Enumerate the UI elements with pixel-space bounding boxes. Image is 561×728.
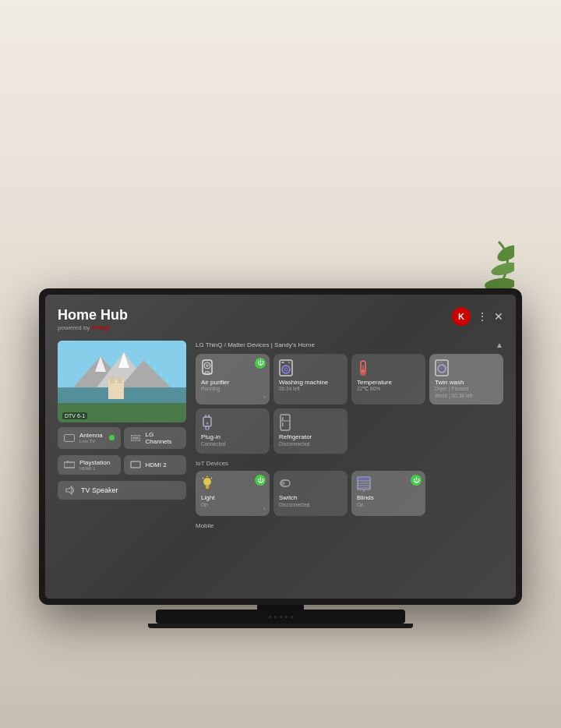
playstation-name: Playstation [79,459,115,466]
soundbar-base [148,624,413,628]
blinds-power-icon[interactable]: ⏻ [411,475,422,486]
hdmi2-icon [130,461,141,468]
home-hub-title: Home Hub powered by ThinQ [58,307,128,331]
tv-screen: Home Hub powered by ThinQ K ⋮ ✕ [45,295,516,599]
svg-point-29 [288,362,290,363]
home-hub-header: Home Hub powered by ThinQ K ⋮ ✕ [58,307,503,331]
soundbar [156,610,405,624]
antenna-sub: Live TV [79,439,104,444]
svg-point-26 [282,366,290,373]
mobile-section-label: Mobile [196,522,503,529]
iot-card-blinds[interactable]: ⏻ Blinds On [351,471,425,516]
light-chevron-icon: › [263,505,266,512]
svg-rect-45 [282,422,284,426]
blinds-status: On [357,502,420,508]
thinq-section-title: LG ThinQ / Matter Devices | Sandy's Home [196,341,315,348]
svg-rect-48 [206,487,209,489]
antenna-source-button[interactable]: Antenna Live TV [58,427,121,449]
lg-channels-info: LG Channels [146,431,181,445]
light-status: On [201,502,264,508]
header-actions: K ⋮ ✕ [452,307,503,326]
playstation-icon [64,461,75,468]
speaker-label: TV Speaker [81,486,118,494]
air-purifier-chevron-icon: › [263,394,266,401]
home-hub-heading: Home Hub [58,307,128,324]
hdmi2-name: HDMI 2 [146,461,181,468]
more-options-button[interactable]: ⋮ [477,310,488,323]
svg-rect-16 [132,436,139,440]
device-card-twin-wash[interactable]: Twin wash Dryer | Paused Wash | 00:38 le… [429,354,503,405]
thinq-chevron-up-icon[interactable]: ▲ [496,341,503,349]
svg-rect-36 [440,362,443,363]
temperature-name: Temperature [357,379,420,387]
device-card-plugin[interactable]: Plug-in Connected [196,408,270,454]
hdmi2-info: HDMI 2 [146,461,181,468]
svg-line-50 [211,478,212,479]
svg-point-40 [206,422,209,425]
antenna-info: Antenna Live TV [79,432,104,444]
close-button[interactable]: ✕ [494,310,503,323]
tv-frame: Home Hub powered by ThinQ K ⋮ ✕ [39,288,522,605]
device-card-washing-machine[interactable]: Washing machine 00:34 left [273,354,348,405]
svg-rect-32 [362,366,364,373]
antenna-icon [64,434,75,442]
svg-point-53 [281,482,285,486]
twin-wash-icon [435,359,449,376]
light-bulb-icon [201,476,213,492]
device-card-temperature[interactable]: Temperature 22℃ 80% [351,354,425,405]
refrigerator-name: Refrigerator [279,433,342,441]
switch-icon [279,476,291,492]
playstation-source-button[interactable]: Playstation HDMI 1 [58,455,121,475]
svg-marker-20 [66,486,72,494]
iot-card-light[interactable]: ⏻ Light On › [196,471,270,516]
air-purifier-power-icon[interactable]: ⏻ [255,358,266,369]
iot-card-switch[interactable]: Switch Disconnected [273,471,348,516]
playstation-sub: HDMI 1 [79,466,115,471]
svg-point-46 [203,478,211,486]
refrigerator-icon [279,414,291,431]
lg-channels-source-button[interactable]: LG Channels [124,427,187,449]
speaker-icon [64,486,76,495]
svg-line-51 [203,478,203,479]
user-avatar[interactable]: K [452,307,471,326]
air-purifier-icon [201,359,213,376]
light-power-icon[interactable]: ⏻ [255,475,266,486]
switch-name: Switch [279,494,342,502]
svg-rect-24 [205,372,210,374]
svg-rect-19 [131,461,140,468]
device-card-air-purifier[interactable]: ⏻ Air purifier Running › [196,354,270,405]
tv-wrapper: Home Hub powered by ThinQ K ⋮ ✕ [39,288,522,628]
powered-by: powered by ThinQ [58,324,128,331]
source-row-2: Playstation HDMI 1 HDMI 2 [58,455,186,478]
device-card-refrigerator[interactable]: Refrigerator Disconnected [273,408,348,454]
blinds-icon [357,476,371,492]
tv-stand [39,605,522,628]
svg-rect-37 [203,417,211,426]
iot-grid: ⏻ Light On › [196,471,503,516]
svg-point-27 [284,368,288,371]
soundbar-dots [269,616,293,618]
tv-preview[interactable]: DTV 6-1 [58,341,186,422]
antenna-name: Antenna [79,432,104,439]
svg-rect-55 [358,477,370,481]
svg-point-1 [490,260,514,278]
temperature-icon [357,359,369,376]
home-hub-ui: Home Hub powered by ThinQ K ⋮ ✕ [45,295,516,599]
tv-speaker-button[interactable]: TV Speaker [58,481,186,500]
washing-machine-status: 00:34 left [279,386,342,392]
temperature-status: 22℃ 80% [357,386,420,392]
refrigerator-status: Disconnected [279,441,342,447]
washing-machine-name: Washing machine [279,379,342,387]
thinq-section-header: LG ThinQ / Matter Devices | Sandy's Home… [196,341,503,349]
lg-channels-icon [130,434,141,442]
thinq-logo: ThinQ [91,324,109,331]
plugin-status: Connected [201,441,264,447]
svg-rect-14 [118,376,122,383]
light-name: Light [201,494,264,502]
plugin-name: Plug-in [201,433,264,441]
blinds-name: Blinds [357,494,420,502]
iot-section-label: IoT Devices [196,460,503,467]
air-purifier-name: Air purifier [201,379,264,387]
hdmi2-source-button[interactable]: HDMI 2 [124,455,187,475]
svg-rect-28 [281,362,284,363]
